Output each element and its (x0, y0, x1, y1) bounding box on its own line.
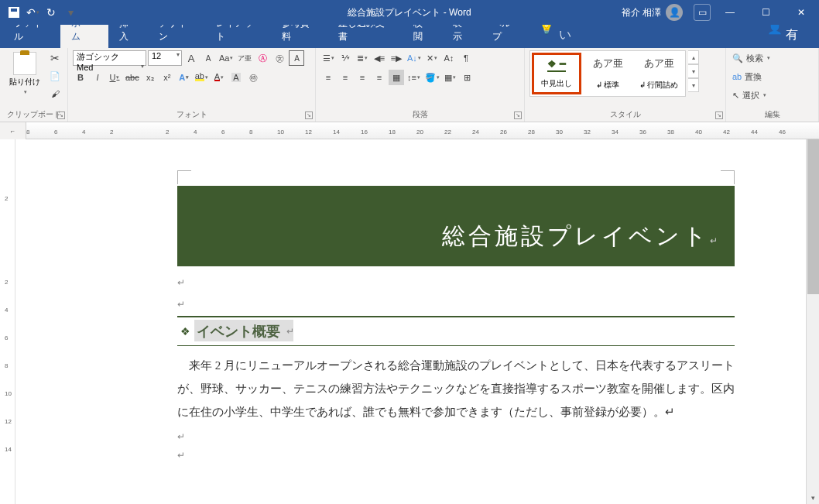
format-painter-button[interactable]: 🖌 (47, 86, 63, 101)
font-name-select[interactable]: 游ゴシック Med▾ (73, 50, 146, 66)
multilevel-list-button[interactable]: ≣▾ (355, 50, 370, 66)
avatar-icon: 👤 (666, 4, 683, 21)
ribbon: 貼り付け ▾ 📄 🖌 クリップボード ↘ 游ゴシック Med▾ 12▾ A A … (0, 48, 819, 122)
text-effects-button[interactable]: A▾ (176, 70, 192, 85)
page: 総合施設プレイベント↵ ↵ ↵ ❖ イベント概要 ↵ 来年 2 月にリニューアル… (53, 147, 781, 504)
distributed-button[interactable]: ▦ (389, 70, 404, 85)
styles-expand[interactable]: ▾ (688, 78, 699, 92)
strikethrough-button[interactable]: abc (124, 70, 141, 85)
style-item-midashi[interactable]: ❖ ━ 中見出し (532, 53, 581, 94)
bold-button[interactable]: B (73, 70, 88, 85)
align-center-button[interactable]: ≡ (338, 70, 353, 85)
italic-button[interactable]: I (90, 70, 105, 85)
align-left-button[interactable]: ≡ (320, 70, 336, 85)
group-font: 游ゴシック Med▾ 12▾ A A Aa▾ ア亜 Ⓐ ㊛ A B I U▾ a… (68, 48, 316, 122)
title-bar: ↶▾ ↻ ▾ 総合施設プレイベント - Word 裕介 相澤 👤 ▭ — ☐ ✕ (0, 0, 819, 25)
paragraph-mark: ↵ (177, 277, 735, 288)
search-icon: 🔍 (732, 53, 743, 63)
decrease-indent-button[interactable]: ◀≡ (372, 50, 387, 66)
margin-marker-tl (177, 170, 191, 184)
grid-button[interactable]: ⊞ (460, 70, 475, 85)
user-account[interactable]: 裕介 相澤 👤 ▭ (622, 4, 711, 21)
numbering-button[interactable]: ⅟▾ (338, 50, 353, 66)
ribbon-display-options[interactable]: ▭ (694, 4, 711, 21)
document-title: 総合施設プレイベント - Word (348, 6, 471, 19)
justify-button[interactable]: ≡ (372, 70, 387, 85)
group-editing: 🔍検索▾ ab置換 ↖選択▾ 編集 (726, 48, 819, 122)
select-button[interactable]: ↖選択▾ (731, 87, 768, 103)
superscript-button[interactable]: x² (159, 70, 175, 85)
window-controls: — ☐ ✕ (712, 0, 819, 25)
horizontal-ruler-area: ⌐ 86422468101214161820222426283032343638… (0, 122, 819, 139)
group-styles: ❖ ━ 中見出し あア亜 ↲ 標準 あア亜 ↲ 行間詰め ▴ ▾ ▾ スタイル … (525, 48, 726, 122)
cut-button[interactable] (47, 50, 63, 66)
clear-formatting-button[interactable]: Ⓐ (255, 50, 270, 66)
change-case-button[interactable]: Aa▾ (218, 50, 235, 66)
find-button[interactable]: 🔍検索▾ (731, 50, 772, 66)
styles-gallery: ❖ ━ 中見出し あア亜 ↲ 標準 あア亜 ↲ 行間詰め (529, 50, 686, 97)
group-paragraph: ☰▾ ⅟▾ ≣▾ ◀≡ ≡▶ A↓▾ ✕▾ A↕ ¶ ≡ ≡ ≡ ≡ ▦ ↕≡▾… (316, 48, 525, 122)
character-border-button[interactable]: A (289, 50, 304, 66)
clipboard-icon (13, 52, 36, 75)
horizontal-ruler[interactable]: 8642246810121416182022242628303234363840… (26, 122, 819, 139)
phonetic-guide-button[interactable]: ア亜 (236, 50, 253, 66)
subscript-button[interactable]: x₂ (142, 70, 158, 85)
increase-indent-button[interactable]: ≡▶ (389, 50, 404, 66)
style-item-normal[interactable]: あア亜 ↲ 標準 (583, 53, 632, 94)
sort-button[interactable]: A↓▾ (406, 50, 423, 66)
vertical-ruler[interactable]: 22468101214 (0, 139, 15, 504)
asian-layout-button[interactable]: ✕▾ (424, 50, 440, 66)
save-button[interactable] (8, 6, 20, 19)
selection-highlight (194, 320, 293, 341)
highlight-button[interactable]: ab▾ (194, 70, 210, 85)
bullets-button[interactable]: ☰▾ (320, 50, 336, 66)
cursor-icon: ↖ (732, 91, 739, 101)
clipboard-dialog-launcher[interactable]: ↘ (57, 111, 65, 119)
qat-customize[interactable]: ▾ (64, 6, 77, 19)
group-clipboard: 貼り付け ▾ 📄 🖌 クリップボード ↘ (0, 48, 68, 122)
line-spacing-button[interactable]: ↕≡▾ (406, 70, 422, 85)
redo-button[interactable]: ↻ (45, 6, 57, 19)
paste-button[interactable]: 貼り付け ▾ (5, 50, 45, 97)
font-size-select[interactable]: 12▾ (148, 50, 182, 66)
replace-button[interactable]: ab置換 (731, 69, 763, 84)
grow-font-button[interactable]: A (183, 50, 199, 66)
styles-scroll-up[interactable]: ▴ (688, 50, 699, 64)
scroll-thumb[interactable] (807, 139, 819, 294)
style-preview-icon: ❖ ━ (547, 58, 566, 72)
character-shading-button[interactable]: A (228, 70, 244, 85)
document-banner[interactable]: 総合施設プレイベント↵ (177, 186, 735, 266)
styles-scroll-down[interactable]: ▾ (688, 64, 699, 78)
copy-button[interactable]: 📄 (47, 68, 63, 84)
borders-button[interactable]: ▦▾ (443, 70, 458, 85)
underline-button[interactable]: U▾ (107, 70, 122, 85)
body-paragraph[interactable]: 来年 2 月にリニューアルオープンされる総合運動施設のプレイベントとして、日本を… (177, 354, 735, 423)
styles-dialog-launcher[interactable]: ↘ (715, 111, 723, 119)
document-scroll[interactable]: 総合施設プレイベント↵ ↵ ↵ ❖ イベント概要 ↵ 来年 2 月にリニューアル… (15, 139, 819, 504)
show-hide-button[interactable]: A↕ (441, 50, 457, 66)
paragraph-mark: ↵ (177, 431, 735, 442)
paragraph-marks-button[interactable]: ¶ (458, 50, 474, 66)
vertical-scrollbar[interactable]: ▴ ▾ (806, 139, 819, 504)
minimize-button[interactable]: — (712, 0, 748, 25)
maximize-button[interactable]: ☐ (748, 0, 783, 25)
scroll-down-arrow[interactable]: ▾ (807, 491, 819, 504)
styles-nav: ▴ ▾ ▾ (688, 50, 699, 92)
enclose-button[interactable]: ㊕ (245, 70, 261, 85)
margin-marker-tr (721, 170, 735, 184)
undo-button[interactable]: ↶▾ (26, 6, 39, 19)
font-dialog-launcher[interactable]: ↘ (305, 111, 313, 119)
replace-icon: ab (732, 72, 742, 81)
shrink-font-button[interactable]: A (200, 50, 216, 66)
align-right-button[interactable]: ≡ (355, 70, 370, 85)
ruler-corner[interactable]: ⌐ (0, 122, 26, 139)
heading-row[interactable]: ❖ イベント概要 ↵ (177, 316, 735, 346)
style-item-nospacing[interactable]: あア亜 ↲ 行間詰め (634, 53, 684, 94)
font-color-button[interactable]: A▾ (211, 70, 227, 85)
enclose-characters-button[interactable]: ㊛ (272, 50, 287, 66)
ribbon-tabs: ファイル ホーム 挿入 デザイン レイアウト 参考資料 差し込み文書 校閲 表示… (0, 25, 819, 48)
close-button[interactable]: ✕ (783, 0, 819, 25)
paragraph-dialog-launcher[interactable]: ↘ (514, 111, 522, 119)
diamond-icon: ❖ (180, 325, 190, 338)
shading-button[interactable]: 🪣▾ (423, 70, 441, 85)
